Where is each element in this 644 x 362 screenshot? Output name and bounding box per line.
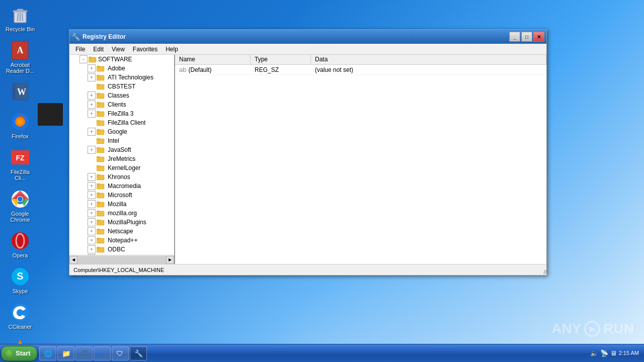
expand-btn-microsoft[interactable]: +: [88, 191, 96, 199]
maximize-button[interactable]: □: [521, 32, 532, 42]
data-row-default[interactable]: ab (Default) REG_SZ (value not set): [175, 65, 546, 75]
desktop-icon-filezilla[interactable]: FZ FileZilla Cli...: [3, 145, 38, 183]
expand-btn-khronos[interactable]: +: [88, 173, 96, 181]
tree-label: Intel: [108, 137, 119, 144]
svg-text:S: S: [17, 270, 23, 282]
desktop-icon-word[interactable]: W: [3, 80, 38, 106]
taskbar-registry-icon: 🔧: [134, 349, 142, 357]
menu-view[interactable]: View: [108, 45, 129, 54]
cell-name-default: ab (Default): [176, 66, 252, 73]
desktop-icon-google-chrome[interactable]: Google Chrome: [3, 187, 38, 225]
svg-rect-71: [97, 238, 100, 239]
anyrun-text-run: RUN: [603, 321, 634, 337]
taskbar-item-av[interactable]: 🛡: [112, 346, 129, 360]
svg-rect-61: [97, 193, 100, 194]
tree-item-khronos[interactable]: +Khronos: [69, 172, 174, 182]
desktop-icon-recycle-bin[interactable]: Recycle Bin: [3, 3, 38, 34]
folder-icon: [97, 237, 105, 244]
tree-label: ATI Technologies: [108, 74, 153, 81]
menu-edit[interactable]: Edit: [89, 45, 108, 54]
taskbar-item-media[interactable]: 🎵: [75, 346, 93, 360]
expand-btn-filezilla 3[interactable]: +: [88, 110, 96, 118]
svg-point-14: [17, 119, 23, 125]
taskbar-item-ie[interactable]: 🌐: [39, 346, 56, 360]
menu-favorites[interactable]: Favorites: [129, 45, 162, 54]
expand-btn-ati technologies[interactable]: +: [88, 73, 96, 81]
tree-item-intel[interactable]: Intel: [69, 136, 174, 145]
expand-btn-classes[interactable]: +: [88, 92, 96, 100]
tree-item-macromedia[interactable]: +Macromedia: [69, 182, 174, 191]
tree-item-adobe[interactable]: +Adobe: [69, 64, 174, 73]
ccleaner-icon: [10, 302, 30, 322]
scroll-right-arrow[interactable]: ▶: [166, 256, 174, 264]
tree-item-microsoft[interactable]: +Microsoft: [69, 191, 174, 200]
expand-btn-netscape[interactable]: +: [88, 227, 96, 235]
tree-item-mozilla.org[interactable]: +mozilla.org: [69, 209, 174, 218]
svg-rect-35: [97, 75, 100, 76]
taskbar-item-folder[interactable]: 📁: [57, 346, 74, 360]
expand-btn-mozillaplugins[interactable]: +: [88, 218, 96, 226]
tree-item-notepad++[interactable]: +Notepad++: [69, 236, 174, 245]
tree-item-google[interactable]: +Google: [69, 127, 174, 136]
tree-item-odbc[interactable]: +ODBC: [69, 245, 174, 254]
filezilla-icon: FZ: [10, 147, 30, 167]
anyrun-text-any: ANY: [551, 321, 581, 337]
tree-label: CBSTEST: [108, 83, 135, 90]
tree-item-kernelloger[interactable]: KernelLoger: [69, 163, 174, 172]
tree-item-clients[interactable]: +Clients: [69, 100, 174, 109]
tree-label: KernelLoger: [108, 164, 140, 171]
tree-item-mozilla[interactable]: +Mozilla: [69, 200, 174, 209]
expand-btn-clients[interactable]: +: [88, 101, 96, 109]
expand-btn-mozilla[interactable]: +: [88, 200, 96, 208]
svg-rect-45: [97, 120, 100, 122]
start-button[interactable]: Start: [1, 346, 37, 361]
tree-item-javasoft[interactable]: +JavaSoft: [69, 145, 174, 154]
tray-volume-icon[interactable]: 🔈: [590, 349, 598, 357]
tree-h-scrollbar[interactable]: ◀ ▶: [69, 255, 174, 264]
expand-btn-mozilla.org[interactable]: +: [88, 209, 96, 217]
data-pane: Name Type Data ab (Default) REG_SZ (valu: [175, 55, 546, 264]
expand-btn-odbc[interactable]: +: [88, 245, 96, 253]
expand-btn-macromedia[interactable]: +: [88, 182, 96, 190]
taskbar-item-registry[interactable]: 🔧: [130, 346, 147, 360]
expand-btn-javasoft[interactable]: +: [88, 146, 96, 154]
tree-item-classes[interactable]: +Classes: [69, 91, 174, 100]
tray-network-icon[interactable]: 📡: [600, 349, 608, 357]
minimize-button[interactable]: _: [509, 32, 520, 42]
svg-rect-43: [97, 111, 100, 113]
menu-file[interactable]: File: [71, 45, 89, 54]
desktop-icon-ccleaner[interactable]: CCleaner: [3, 300, 38, 332]
desktop-icon-firefox[interactable]: Firefox: [3, 110, 38, 141]
menu-help[interactable]: Help: [162, 45, 182, 54]
svg-rect-49: [97, 138, 100, 140]
tree-item-ati-technologies[interactable]: +ATI Technologies: [69, 73, 174, 82]
expand-btn-notepad++[interactable]: +: [88, 236, 96, 244]
resize-handle[interactable]: //: [543, 269, 546, 275]
desktop-icon-skype[interactable]: S Skype: [3, 264, 38, 296]
tree-item-jremetrics[interactable]: JreMetrics: [69, 154, 174, 163]
expand-btn-google[interactable]: +: [88, 128, 96, 136]
desktop-icon-acrobat[interactable]: A Acrobat Reader D...: [3, 38, 38, 76]
tree-item-filezilla-client[interactable]: FileZilla Client: [69, 118, 174, 127]
scroll-track[interactable]: [77, 256, 166, 264]
tree-label-software: SOFTWARE: [98, 56, 132, 63]
folder-icon: [97, 210, 105, 217]
desktop-icon-opera[interactable]: Opera: [3, 229, 38, 260]
tree-item-netscape[interactable]: +Netscape: [69, 227, 174, 236]
data-rows[interactable]: ab (Default) REG_SZ (value not set): [175, 65, 546, 264]
tree-item-cbstest[interactable]: CBSTEST: [69, 82, 174, 91]
expand-software[interactable]: −: [79, 55, 88, 63]
tree-item-filezilla-3[interactable]: +FileZilla 3: [69, 109, 174, 118]
tree-label: Google: [108, 128, 127, 135]
svg-rect-41: [97, 102, 100, 104]
tree-item-mozillaplugins[interactable]: +MozillaPlugins: [69, 218, 174, 227]
tray-display-icon[interactable]: 🖥: [610, 349, 617, 357]
desktop-icons: Recycle Bin A Acrobat Reader D... W: [3, 3, 38, 362]
scroll-left-arrow[interactable]: ◀: [69, 256, 77, 264]
tree-content[interactable]: − SOFTWARE +Adobe+ATI TechnologiesCBSTES…: [69, 55, 174, 255]
taskbar-item-chrome[interactable]: ●: [94, 346, 111, 360]
window-controls: _ □ ✕: [509, 32, 544, 42]
tree-item-software[interactable]: − SOFTWARE: [69, 55, 174, 64]
close-button[interactable]: ✕: [533, 32, 544, 42]
expand-btn-adobe[interactable]: +: [88, 64, 96, 72]
